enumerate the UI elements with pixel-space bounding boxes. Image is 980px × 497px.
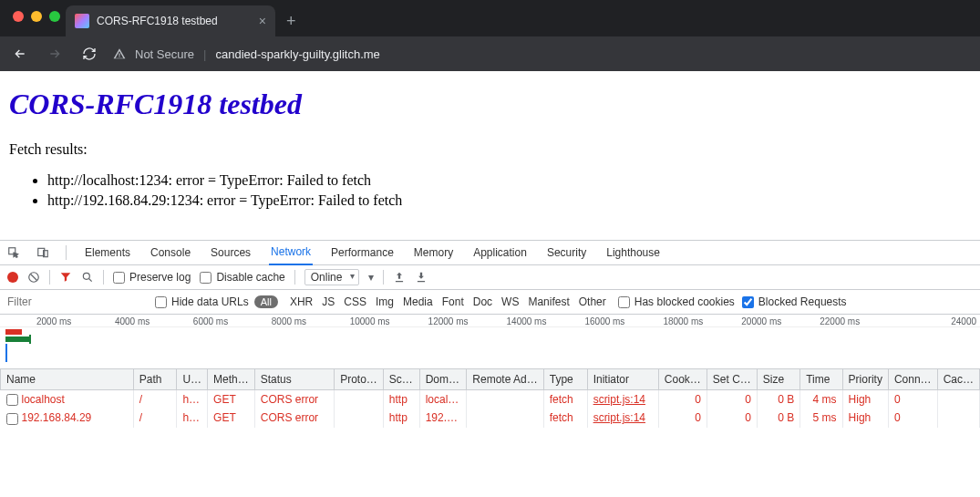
filter-type-manifest[interactable]: Manifest [523, 295, 573, 308]
col-name[interactable]: Name [1, 369, 134, 390]
security-status: Not Secure [135, 47, 194, 61]
filter-type-media[interactable]: Media [398, 295, 438, 308]
col-protocol[interactable]: Proto… [335, 369, 384, 390]
col-status[interactable]: Status [254, 369, 334, 390]
tab-console[interactable]: Console [149, 241, 192, 265]
reload-button[interactable] [78, 47, 100, 61]
filter-type-font[interactable]: Font [438, 295, 469, 308]
list-item: http://192.168.84.29:1234: error = TypeE… [47, 192, 971, 209]
col-path[interactable]: Path [133, 369, 177, 390]
col-method[interactable]: Meth… [208, 369, 255, 390]
forward-button[interactable] [44, 47, 66, 61]
filter-type-all[interactable]: All [254, 295, 278, 308]
device-toolbar-icon[interactable] [36, 246, 49, 259]
maximize-window-button[interactable] [49, 11, 60, 22]
tab-title: CORS-RFC1918 testbed [97, 15, 218, 27]
tick: 2000 ms [36, 316, 115, 326]
has-blocked-cookies-checkbox[interactable]: Has blocked cookies [618, 295, 735, 308]
filter-type-other[interactable]: Other [574, 295, 611, 308]
col-remote[interactable]: Remote Ad… [467, 369, 543, 390]
tick: 12000 ms [428, 316, 507, 326]
tab-memory[interactable]: Memory [412, 241, 455, 265]
tick: 24000 [898, 316, 980, 326]
tick: 4000 ms [115, 316, 193, 326]
close-window-button[interactable] [13, 11, 24, 22]
network-toolbar: Preserve log Disable cache Online ▾ [0, 265, 980, 290]
tick: 8000 ms [272, 316, 350, 326]
row-checkbox[interactable] [6, 413, 18, 425]
initiator-link[interactable]: script.js:14 [593, 411, 645, 424]
has-blocked-cookies-label: Has blocked cookies [634, 295, 735, 308]
throttling-select[interactable]: Online [304, 269, 360, 285]
table-row[interactable]: 192.168.84.29/h…GETCORS errorhttp192.…fe… [1, 409, 980, 427]
address-bar[interactable]: Not Secure | candied-sparkly-guilty.glit… [113, 47, 380, 61]
inspect-element-icon[interactable] [7, 246, 20, 259]
hide-data-urls-checkbox[interactable]: Hide data URLs [155, 295, 249, 308]
col-size[interactable]: Size [757, 369, 799, 390]
upload-har-icon[interactable] [393, 271, 406, 284]
col-url[interactable]: U… [177, 369, 208, 390]
separator [103, 270, 104, 285]
results-list: http://localhost:1234: error = TypeError… [9, 172, 971, 209]
devtools-tabs: Elements Console Sources Network Perform… [0, 241, 980, 265]
col-time[interactable]: Time [800, 369, 842, 390]
filter-input[interactable] [0, 290, 155, 314]
devtools-panel: Elements Console Sources Network Perform… [0, 240, 980, 428]
separator [49, 270, 50, 285]
tab-lighthouse[interactable]: Lighthouse [604, 241, 662, 265]
tab-security[interactable]: Security [545, 241, 588, 265]
network-timeline[interactable]: 2000 ms 4000 ms 6000 ms 8000 ms 10000 ms… [0, 315, 980, 369]
filter-type-xhr[interactable]: XHR [285, 295, 317, 308]
filter-type-js[interactable]: JS [317, 295, 339, 308]
tab-sources[interactable]: Sources [209, 241, 253, 265]
filter-type-css[interactable]: CSS [339, 295, 371, 308]
col-conn[interactable]: Conn… [888, 369, 937, 390]
col-scheme[interactable]: Sc… [383, 369, 419, 390]
col-cookies[interactable]: Cook… [658, 369, 707, 390]
col-priority[interactable]: Priority [842, 369, 888, 390]
col-domain[interactable]: Dom… [419, 369, 467, 390]
window-traffic-lights [0, 0, 60, 22]
filter-type-ws[interactable]: WS [497, 295, 523, 308]
row-checkbox[interactable] [6, 394, 18, 406]
disable-cache-checkbox[interactable]: Disable cache [200, 271, 284, 284]
blocked-requests-checkbox[interactable]: Blocked Requests [742, 295, 847, 308]
list-item: http://localhost:1234: error = TypeError… [47, 172, 971, 189]
col-setcookies[interactable]: Set C… [707, 369, 757, 390]
minimize-window-button[interactable] [31, 11, 42, 22]
tab-network[interactable]: Network [269, 241, 313, 265]
browser-tab[interactable]: CORS-RFC1918 testbed × [66, 5, 275, 36]
tab-performance[interactable]: Performance [329, 241, 396, 265]
warning-icon [113, 47, 126, 60]
waterfall-marks [5, 329, 29, 362]
favicon-icon [75, 14, 89, 28]
preserve-log-checkbox[interactable]: Preserve log [113, 271, 191, 284]
search-icon[interactable] [81, 271, 94, 284]
tab-application[interactable]: Application [471, 241, 529, 265]
col-cache[interactable]: Cac… [937, 369, 979, 390]
url-text: candied-sparkly-guilty.glitch.me [215, 47, 379, 61]
table-row[interactable]: localhost/h…GETCORS errorhttplocal…fetch… [1, 390, 980, 409]
page-heading: CORS-RFC1918 testbed [9, 88, 971, 121]
separator [383, 270, 384, 285]
close-tab-icon[interactable]: × [259, 14, 266, 28]
filter-type-doc[interactable]: Doc [469, 295, 497, 308]
download-har-icon[interactable] [415, 271, 428, 284]
hide-data-urls-label: Hide data URLs [171, 295, 249, 308]
back-button[interactable] [9, 47, 31, 61]
clear-button[interactable] [27, 271, 40, 284]
filter-icon[interactable] [59, 271, 72, 284]
filter-type-img[interactable]: Img [371, 295, 398, 308]
svg-point-4 [83, 273, 89, 279]
new-tab-button[interactable]: + [275, 12, 307, 36]
tick: 6000 ms [193, 316, 272, 326]
throttling-drop-icon[interactable]: ▾ [368, 271, 374, 284]
record-button[interactable] [7, 272, 18, 283]
tick: 14000 ms [507, 316, 585, 326]
initiator-link[interactable]: script.js:14 [593, 393, 645, 406]
col-type[interactable]: Type [543, 369, 587, 390]
tick: 18000 ms [663, 316, 741, 326]
tab-elements[interactable]: Elements [83, 241, 132, 265]
col-initiator[interactable]: Initiator [587, 369, 658, 390]
separator [294, 270, 295, 285]
